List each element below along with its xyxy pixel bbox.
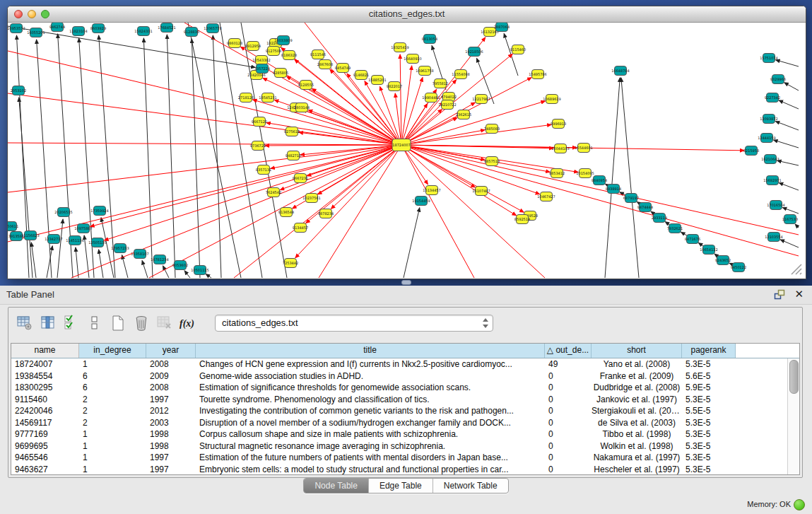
table-cell[interactable]: Wolkin et al. (1998) bbox=[592, 440, 682, 452]
table-cell[interactable]: Franke et al. (2009) bbox=[592, 370, 682, 382]
table-cell[interactable]: Corpus callosum shape and size in male p… bbox=[196, 428, 545, 440]
close-panel-icon[interactable]: ✕ bbox=[794, 288, 804, 300]
graph-edge[interactable] bbox=[795, 224, 799, 228]
graph-edge[interactable] bbox=[122, 255, 128, 278]
graph-edge[interactable] bbox=[143, 38, 153, 278]
column-header-2[interactable]: year bbox=[146, 344, 196, 358]
table-cell[interactable]: 0 bbox=[545, 464, 592, 475]
graph-edge[interactable] bbox=[400, 54, 401, 145]
table-cell[interactable]: 19384554 bbox=[11, 370, 79, 382]
tab-node-table[interactable]: Node Table bbox=[304, 479, 369, 493]
table-cell[interactable]: 1 bbox=[79, 440, 146, 452]
table-cell[interactable]: 1997 bbox=[146, 394, 196, 406]
table-cell[interactable]: 9777169 bbox=[11, 428, 79, 440]
table-cell[interactable]: 5.3E-5 bbox=[682, 452, 736, 464]
table-cell[interactable]: 2009 bbox=[146, 370, 196, 382]
table-cell[interactable]: 5.3E-5 bbox=[682, 428, 736, 440]
column-header-5[interactable]: short bbox=[592, 344, 682, 358]
graph-edge[interactable] bbox=[167, 35, 175, 278]
tab-edge-table[interactable]: Edge Table bbox=[369, 479, 433, 493]
table-cell[interactable]: Tibbo et al. (1998) bbox=[592, 428, 682, 440]
table-cell[interactable]: 1 bbox=[79, 358, 146, 370]
graph-edge[interactable] bbox=[776, 60, 799, 66]
graph-edge[interactable] bbox=[779, 100, 799, 109]
graph-edge[interactable] bbox=[17, 35, 29, 278]
table-cell[interactable]: Estimation of the future numbers of pati… bbox=[196, 452, 545, 464]
function-builder-icon[interactable]: f(x) bbox=[179, 314, 197, 332]
tab-network-table[interactable]: Network Table bbox=[433, 479, 508, 493]
column-header-6[interactable]: pagerank bbox=[682, 344, 736, 358]
graph-edge[interactable] bbox=[184, 271, 190, 278]
table-cell[interactable]: 2008 bbox=[146, 358, 196, 370]
table-cell[interactable]: 0 bbox=[545, 417, 592, 429]
table-cell[interactable]: Genome-wide association studies in ADHD. bbox=[196, 370, 545, 382]
network-graph[interactable]: 1872400792858051854523196671209736721835… bbox=[8, 23, 804, 279]
graph-edge[interactable] bbox=[777, 160, 799, 165]
resize-grip-icon[interactable] bbox=[787, 260, 803, 276]
table-cell[interactable]: 2012 bbox=[146, 405, 196, 417]
graph-edge[interactable] bbox=[330, 69, 401, 145]
table-cell[interactable]: 9699695 bbox=[11, 440, 79, 452]
graph-edge[interactable] bbox=[76, 247, 78, 278]
table-cell[interactable]: 5.3E-5 bbox=[682, 358, 736, 370]
table-cell[interactable]: 9465546 bbox=[11, 452, 79, 464]
table-row[interactable]: 946554611997Estimation of the future num… bbox=[11, 452, 788, 464]
table-cell[interactable]: Jankovic et al. (1997) bbox=[592, 394, 682, 406]
table-cell[interactable]: 2 bbox=[79, 417, 146, 429]
graph-edge[interactable] bbox=[90, 145, 401, 226]
table-cell[interactable]: 0 bbox=[545, 370, 592, 382]
table-cell[interactable]: 5.6E-5 bbox=[682, 370, 736, 382]
table-row[interactable]: 1872400712008Changes of HCN gene express… bbox=[11, 358, 788, 370]
table-row[interactable]: 1456911722003Disruption of a novel membe… bbox=[11, 417, 788, 429]
table-cell[interactable]: 5.3E-5 bbox=[682, 464, 736, 475]
graph-edge[interactable] bbox=[775, 122, 799, 130]
table-cell[interactable]: 18724007 bbox=[11, 358, 79, 370]
table-cell[interactable]: Estimation of significance thresholds fo… bbox=[196, 382, 545, 394]
delete-table-icon[interactable] bbox=[132, 314, 151, 332]
table-cell[interactable]: Disruption of a novel member of a sodium… bbox=[196, 417, 545, 429]
scrollbar-thumb[interactable] bbox=[789, 360, 799, 394]
table-cell[interactable]: 1997 bbox=[146, 452, 196, 464]
graph-edge[interactable] bbox=[401, 145, 799, 235]
table-cell[interactable]: Hescheler et al. (1997) bbox=[592, 464, 682, 475]
table-cell[interactable]: 9115460 bbox=[11, 394, 79, 406]
graph-edge[interactable] bbox=[784, 83, 799, 90]
table-row[interactable]: 1938455462009Genome-wide association stu… bbox=[11, 370, 788, 382]
table-cell[interactable]: 1 bbox=[79, 428, 146, 440]
panel-resize-handle[interactable] bbox=[401, 280, 411, 285]
table-cell[interactable]: 49 bbox=[545, 358, 592, 370]
table-cell[interactable]: 0 bbox=[545, 440, 592, 452]
table-options-icon[interactable] bbox=[16, 314, 34, 332]
table-cell[interactable]: Nakamura et al. (1997) bbox=[592, 452, 682, 464]
table-row[interactable]: 969969511998Structural magnetic resonanc… bbox=[11, 440, 788, 452]
graph-edge[interactable] bbox=[213, 35, 221, 278]
table-cell[interactable]: 2 bbox=[79, 405, 146, 417]
network-view-window[interactable]: citations_edges.txt 18724007928580518545… bbox=[7, 6, 806, 279]
column-header-0[interactable]: name bbox=[11, 344, 79, 358]
table-cell[interactable]: 0 bbox=[545, 394, 592, 406]
table-cell[interactable]: 5.3E-5 bbox=[682, 440, 736, 452]
table-cell[interactable]: 0 bbox=[545, 452, 592, 464]
table-cell[interactable]: 14569117 bbox=[11, 417, 79, 429]
window-titlebar[interactable]: citations_edges.txt bbox=[8, 6, 806, 23]
graph-edge[interactable] bbox=[774, 140, 799, 148]
table-cell[interactable]: Tourette syndrome. Phenomenology and cla… bbox=[196, 394, 545, 406]
graph-edge[interactable] bbox=[404, 208, 420, 278]
table-selector-dropdown[interactable]: citations_edges.txt bbox=[215, 315, 493, 332]
graph-edge[interactable] bbox=[401, 145, 744, 151]
graph-edge[interactable] bbox=[401, 124, 551, 145]
table-cell[interactable]: 0 bbox=[545, 428, 592, 440]
graph-edge[interactable] bbox=[782, 208, 799, 214]
table-body[interactable]: 1872400712008Changes of HCN gene express… bbox=[11, 358, 788, 474]
graph-edge[interactable] bbox=[621, 78, 639, 278]
table-cell[interactable]: 2008 bbox=[146, 382, 196, 394]
graph-edge[interactable] bbox=[401, 66, 412, 145]
column-header-4[interactable]: △ out_de... bbox=[545, 344, 592, 358]
table-cell[interactable]: 1998 bbox=[146, 428, 196, 440]
table-cell[interactable]: Yano et al. (2008) bbox=[592, 358, 682, 370]
memory-ok-indicator[interactable] bbox=[794, 499, 805, 510]
table-cell[interactable]: 18300295 bbox=[11, 382, 79, 394]
table-cell[interactable]: 6 bbox=[79, 382, 146, 394]
table-cell[interactable]: 1998 bbox=[146, 440, 196, 452]
table-cell[interactable]: 1997 bbox=[146, 464, 196, 475]
